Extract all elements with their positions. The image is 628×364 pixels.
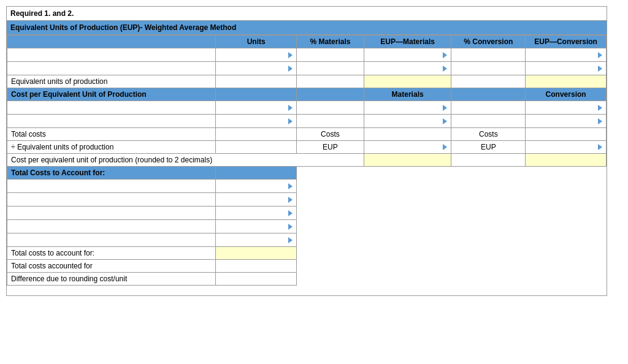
eup-units-2[interactable]	[216, 62, 297, 75]
total-account-row: Total costs to account for:	[7, 247, 607, 260]
eup-data-row-1	[7, 48, 607, 62]
total-data-label-2	[7, 193, 216, 207]
eup-div-row: ÷ Equivalent units of production EUP EUP	[7, 141, 607, 154]
total-accounted-units[interactable]	[216, 260, 297, 273]
eup-data-row-2	[7, 62, 607, 75]
eup-totals-eup-conv[interactable]	[526, 75, 607, 88]
eup-eup-conv-1[interactable]	[526, 48, 607, 62]
bottom-spacer-row	[7, 286, 607, 295]
eup-pct-mat-1[interactable]	[297, 48, 364, 62]
cost-per-unit-eup-conv[interactable]	[526, 154, 607, 167]
cost-units-1[interactable]	[216, 101, 297, 115]
eup-eup-mat-2[interactable]	[364, 62, 451, 75]
total-costs-eup-conv[interactable]	[526, 128, 607, 141]
arrow-icon-8	[443, 105, 447, 111]
total-costs-label: Total costs	[7, 128, 216, 141]
arrow-icon-17	[288, 210, 293, 216]
eup-label-1	[7, 48, 216, 62]
total-data-units-5[interactable]	[216, 233, 297, 247]
arrow-icon-6	[598, 66, 602, 72]
total-costs-section-header-row: Total Costs to Account for:	[7, 167, 607, 180]
cost-section-header-eup-mat: Materials	[364, 88, 451, 101]
col-header-eup-materials: EUP—Materials	[364, 36, 451, 48]
cost-units-2[interactable]	[216, 115, 297, 128]
total-costs-eup-mat[interactable]	[364, 128, 451, 141]
main-container: Required 1. and 2. Equivalent Units of P…	[6, 6, 607, 296]
difference-row: Difference due to rounding cost/unit	[7, 273, 607, 286]
eup-totals-eup-mat[interactable]	[364, 75, 451, 88]
col-header-pct-materials: % Materials	[297, 36, 364, 48]
cost-eup-conv-2[interactable]	[526, 115, 607, 128]
total-data-row-3	[7, 207, 607, 220]
arrow-icon-9	[598, 105, 602, 111]
cost-eup-mat-1[interactable]	[364, 101, 451, 115]
total-costs-row: Total costs Costs Costs	[7, 128, 607, 141]
arrow-icon-4	[288, 66, 293, 72]
cost-eup-conv-1[interactable]	[526, 101, 607, 115]
total-data-spacer-5	[297, 233, 607, 247]
eup-pct-conv-1[interactable]	[451, 48, 526, 62]
arrow-icon-12	[598, 118, 602, 124]
cost-section-header-pct-conv	[451, 88, 526, 101]
cost-label-2	[7, 115, 216, 128]
cost-section-header-label: Cost per Equivalent Unit of Production	[7, 88, 216, 101]
section1-header: Equivalent Units of Production (EUP)- We…	[7, 21, 607, 35]
eup-div-label: ÷ Equivalent units of production	[7, 141, 216, 154]
total-data-spacer-1	[297, 180, 607, 193]
eup-units-1[interactable]	[216, 48, 297, 62]
eup-div-units[interactable]	[216, 141, 297, 154]
arrow-icon-2	[443, 52, 447, 58]
total-accounted-row: Total costs accounted for	[7, 260, 607, 273]
col-header-pct-conversion: % Conversion	[451, 36, 526, 48]
total-costs-section-spacer	[297, 167, 607, 180]
total-data-row-4	[7, 220, 607, 233]
total-accounted-spacer	[297, 260, 607, 273]
cost-pct-conv-2[interactable]	[451, 115, 526, 128]
total-data-units-2[interactable]	[216, 193, 297, 207]
cost-pct-mat-1[interactable]	[297, 101, 364, 115]
eup-totals-pct-conv[interactable]	[451, 75, 526, 88]
total-costs-units[interactable]	[216, 128, 297, 141]
cost-label-1	[7, 101, 216, 115]
eup-totals-pct-mat[interactable]	[297, 75, 364, 88]
col-header-label	[7, 36, 216, 48]
eup-eup-conv-2[interactable]	[526, 62, 607, 75]
total-data-row-5	[7, 233, 607, 247]
total-data-units-1[interactable]	[216, 180, 297, 193]
total-data-spacer-4	[297, 220, 607, 233]
difference-units[interactable]	[216, 273, 297, 286]
arrow-icon-11	[443, 118, 447, 124]
arrow-icon-18	[288, 224, 293, 230]
eup-eup-mat-1[interactable]	[364, 48, 451, 62]
cost-pct-conv-1[interactable]	[451, 101, 526, 115]
arrow-icon-15	[288, 183, 293, 189]
eup-totals-units[interactable]	[216, 75, 297, 88]
difference-spacer	[297, 273, 607, 286]
total-account-units[interactable]	[216, 247, 297, 260]
cost-section-header-units	[216, 88, 297, 101]
eup-div-eup-conv[interactable]	[526, 141, 607, 154]
eup-totals-row: Equivalent units of production	[7, 75, 607, 88]
arrow-icon-7	[288, 105, 293, 111]
eup-div-eup-mat[interactable]	[364, 141, 451, 154]
total-data-units-3[interactable]	[216, 207, 297, 220]
cost-per-unit-pct-conv[interactable]	[451, 154, 526, 167]
arrow-icon-1	[288, 52, 293, 58]
cost-data-row-2	[7, 115, 607, 128]
cost-eup-mat-2[interactable]	[364, 115, 451, 128]
cost-per-unit-eup-mat[interactable]	[364, 154, 451, 167]
arrow-icon-14	[598, 144, 602, 150]
cost-pct-mat-2[interactable]	[297, 115, 364, 128]
total-data-label-3	[7, 207, 216, 220]
difference-label: Difference due to rounding cost/unit	[7, 273, 216, 286]
total-data-units-4[interactable]	[216, 220, 297, 233]
cost-section-header-pct-mat	[297, 88, 364, 101]
arrow-icon-19	[288, 237, 293, 243]
cost-per-unit-label: Cost per equivalent unit of production (…	[7, 154, 364, 167]
eup-pct-conv-2[interactable]	[451, 62, 526, 75]
cost-per-unit-row: Cost per equivalent unit of production (…	[7, 154, 607, 167]
arrow-icon-5	[443, 66, 447, 72]
arrow-icon-13	[443, 144, 447, 150]
total-data-row-2	[7, 193, 607, 207]
eup-pct-mat-2[interactable]	[297, 62, 364, 75]
